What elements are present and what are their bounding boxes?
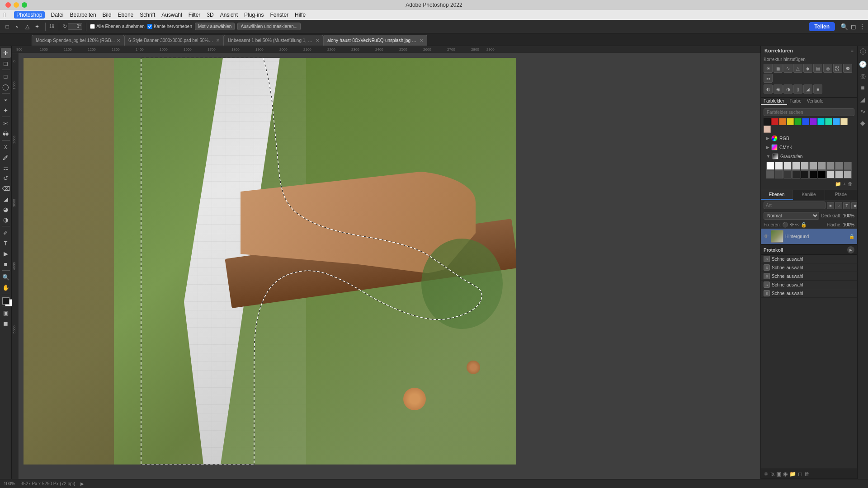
tab-1[interactable]: Mockup-Spenden.jpg bei 120% (RGB... ✕ <box>32 35 124 46</box>
korr-threshold-icon[interactable]: ▯ <box>793 84 802 94</box>
tool-lasso[interactable]: ⚬ <box>1 95 11 105</box>
add-style-icon[interactable]: fx <box>770 471 774 477</box>
korr-posterize-icon[interactable]: ◑ <box>783 84 793 94</box>
gradients-icon[interactable]: ◢ <box>860 96 865 103</box>
korrekturen-header[interactable]: Korrekturen ≡ <box>761 46 857 55</box>
marquee-magic-icon[interactable]: ✦ <box>33 22 42 31</box>
alle-ebenen-checkbox[interactable]: Alle Ebenen aufnehmen <box>90 24 145 29</box>
marquee-rect-icon[interactable]: □ <box>3 22 12 31</box>
protokoll-item-4[interactable]: S Schnellauswahl <box>761 281 857 289</box>
farbfelder-add-icon[interactable]: + <box>843 181 846 187</box>
korr-invert-icon[interactable]: ◉ <box>774 84 783 94</box>
tool-hand[interactable]: ✋ <box>1 282 11 292</box>
tool-brush[interactable]: 🖉 <box>1 152 11 162</box>
korr-brightness-icon[interactable]: ☀ <box>764 64 773 73</box>
farbfelder-search-input[interactable] <box>764 108 854 116</box>
swatch-cyan[interactable] <box>817 118 825 125</box>
tab-3[interactable]: Unbenannt-1 bei 50% (Musterfüllung 1, Eb… <box>224 35 323 46</box>
minimize-button[interactable] <box>14 2 19 8</box>
tab-4[interactable]: alony-haust-8OxVecNEuCQ-unsplash.jpg bei… <box>323 35 427 46</box>
group-graustufen[interactable]: ▼ Graustufen <box>764 152 854 161</box>
tab-2[interactable]: 6-Style-Banner-3000x3000.psd bei 50% (Hi… <box>124 35 224 46</box>
korr-exposure-icon[interactable]: △ <box>793 64 802 73</box>
swatch-green[interactable] <box>794 118 802 125</box>
tab-ebenen[interactable]: Ebenen <box>761 190 793 200</box>
tool-spot-heal[interactable]: ⚹ <box>1 142 11 152</box>
gray-swatch[interactable] <box>844 170 852 178</box>
tool-pen[interactable]: ✐ <box>1 228 11 238</box>
tool-screen-mode[interactable]: ◼ <box>1 318 11 328</box>
auswahlen-maskieren-button[interactable]: Auswählen und maskieren... <box>237 23 301 30</box>
close-button[interactable] <box>5 2 11 8</box>
gray-swatch[interactable] <box>766 162 774 170</box>
tool-history-brush[interactable]: ↺ <box>1 173 11 183</box>
korr-selectivecolor-icon[interactable]: ■ <box>813 84 822 94</box>
tab-4-close-icon[interactable]: ✕ <box>420 38 423 43</box>
gray-swatch[interactable] <box>783 170 792 178</box>
menu-datei[interactable]: Datei <box>51 12 64 18</box>
gray-swatch[interactable] <box>783 162 792 170</box>
tab-pfade[interactable]: Pfade <box>825 190 857 200</box>
delete-layer-icon[interactable]: 🗑 <box>804 471 810 477</box>
marquee-poly-icon[interactable]: △ <box>23 22 32 31</box>
swatch-yellow[interactable] <box>787 118 794 125</box>
tool-text[interactable]: T <box>1 238 11 248</box>
swatch-teal[interactable] <box>825 118 832 125</box>
tool-zoom[interactable]: 🔍 <box>1 272 11 282</box>
korr-colorbalance-icon[interactable]: ◎ <box>823 64 832 73</box>
tool-path-select[interactable]: ▶ <box>1 249 11 258</box>
korr-hsl-icon[interactable]: ▤ <box>813 64 822 73</box>
gray-swatch[interactable] <box>844 162 852 170</box>
korr-levels-icon[interactable]: ▦ <box>774 64 783 73</box>
lock-artboard-icon[interactable]: ⚯ <box>795 222 799 228</box>
blend-mode-select[interactable]: Normal Aufhellen Abdunkeln Multipliziere… <box>764 212 819 220</box>
menu-filter[interactable]: Filter <box>189 12 201 18</box>
lock-pixel-icon[interactable]: ⚫ <box>782 222 788 228</box>
gray-swatch[interactable] <box>835 162 843 170</box>
filter-text-icon[interactable]: T <box>843 202 850 209</box>
menu-photoshop[interactable]: Photoshop <box>14 11 44 19</box>
new-group-icon[interactable]: 📁 <box>789 471 796 477</box>
protokoll-item-2[interactable]: S Schnellauswahl <box>761 263 857 272</box>
angle-input[interactable]: 0° <box>68 23 82 30</box>
tool-clone[interactable]: ⚎ <box>1 163 11 173</box>
layer-visibility-icon[interactable]: 👁 <box>764 233 769 239</box>
layers-search-input[interactable] <box>764 202 826 209</box>
menu-hilfe[interactable]: Hilfe <box>295 12 306 18</box>
group-rgb[interactable]: ▶ RGB <box>764 134 854 143</box>
maximize-button[interactable] <box>22 2 27 8</box>
tab-2-close-icon[interactable]: ✕ <box>216 38 220 43</box>
swatch-black[interactable] <box>764 118 771 125</box>
tool-artboard[interactable]: ◻ <box>1 58 11 68</box>
menu-ansicht[interactable]: Ansicht <box>220 12 238 18</box>
lock-all-icon[interactable]: 🔒 <box>801 222 807 228</box>
tool-shape[interactable]: ■ <box>1 259 11 269</box>
status-arrow-icon[interactable]: ▶ <box>80 481 84 486</box>
swatch-cream[interactable] <box>840 118 848 125</box>
layer-lock-icon[interactable]: 🔒 <box>849 234 854 239</box>
tool-quick-select[interactable]: ✦ <box>1 105 11 115</box>
tool-gradient[interactable]: ◢ <box>1 194 11 204</box>
share-button[interactable]: Teilen <box>809 22 835 31</box>
gray-swatch[interactable] <box>775 170 783 178</box>
gray-swatch[interactable] <box>792 162 800 170</box>
korr-channelmix-icon[interactable]: ☶ <box>764 74 773 83</box>
korr-gradient-map-icon[interactable]: ◢ <box>803 84 812 94</box>
tool-marquee-ellipse[interactable]: ◯ <box>1 82 11 92</box>
menu-auswahl[interactable]: Auswahl <box>161 12 182 18</box>
protokoll-item-1[interactable]: S Schnellauswahl <box>761 255 857 263</box>
search-icon[interactable]: 🔍 <box>840 23 848 30</box>
farbfelder-folder-icon[interactable]: 📁 <box>835 181 841 187</box>
tool-eyedropper[interactable]: 🕶 <box>1 129 11 139</box>
tool-eraser[interactable]: ⌫ <box>1 183 11 193</box>
swatch-purple[interactable] <box>810 118 817 125</box>
group-cmyk[interactable]: ▶ CMYK <box>764 143 854 152</box>
tab-farbfelder[interactable]: Farbfelder <box>761 98 787 105</box>
swatch-blue[interactable] <box>802 118 809 125</box>
swatch-orange[interactable] <box>779 118 786 125</box>
new-layer-icon[interactable]: ◻ <box>798 471 802 477</box>
gray-swatch[interactable] <box>766 170 774 178</box>
gray-swatch[interactable] <box>801 162 809 170</box>
history-icon[interactable]: 🕐 <box>859 61 867 68</box>
protokoll-play-icon[interactable]: ▶ <box>847 246 854 253</box>
